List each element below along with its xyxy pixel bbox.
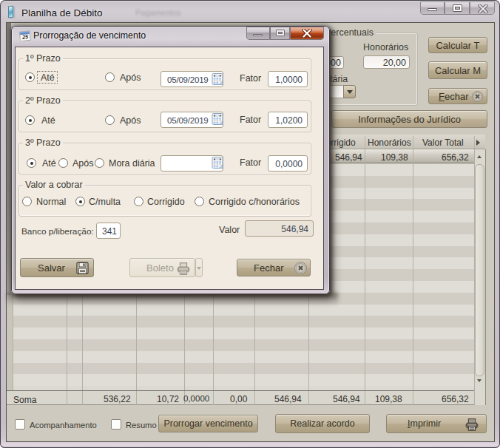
svg-text:25: 25: [21, 33, 29, 41]
